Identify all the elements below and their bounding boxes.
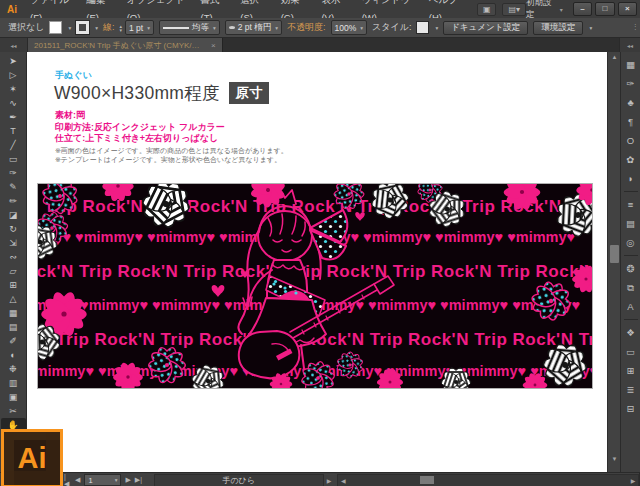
uniform-profile-icon — [163, 27, 189, 29]
line-segment-tool[interactable]: ╱ — [1, 138, 26, 152]
tab-close-icon[interactable]: × — [211, 41, 216, 50]
color-panel-icon[interactable]: ✿ — [622, 150, 640, 169]
transform-panel-icon[interactable]: ≣ — [622, 380, 640, 399]
design-banner-svg: Rock'N Trip Rock'N Trip Rock'N Trip Rock… — [38, 184, 592, 388]
stroke-weight-dropdown[interactable]: 1 pt ▾ — [125, 20, 154, 35]
lasso-tool[interactable]: ∿ — [1, 96, 26, 110]
close-button[interactable]: × — [618, 2, 637, 16]
scroll-right-icon[interactable]: ▶ — [628, 477, 638, 484]
brushes-panel-icon[interactable]: ✑ — [622, 74, 640, 93]
kuler-panel-icon[interactable]: ❂ — [622, 259, 640, 278]
stroke-panel-icon[interactable]: ≡ — [622, 195, 640, 214]
style-swatch[interactable] — [416, 21, 429, 34]
stroke-weight-stepper[interactable]: ▴ ▾ — [119, 24, 122, 32]
brush-definition-dropdown[interactable]: 2 pt 楕円 ▾ — [225, 20, 282, 35]
next-artboard-button[interactable]: ▶ — [125, 476, 130, 484]
artboards-panel-icon[interactable]: ▭ — [622, 342, 640, 361]
workspace-caret-icon[interactable]: ▾ — [560, 6, 563, 13]
first-artboard-button[interactable]: |◀ — [64, 473, 71, 486]
maximize-button[interactable]: □ — [595, 2, 614, 16]
preferences-button[interactable]: 環境設定 — [533, 21, 583, 35]
spec-line: 印刷方法:反応インクジェット フルカラー — [55, 122, 225, 134]
style-label: スタイル: — [372, 21, 411, 34]
blob-brush-tool[interactable]: ✏ — [1, 194, 26, 208]
bridge-icon[interactable]: ▣ — [477, 3, 497, 16]
graphic-styles-panel-icon[interactable]: ¶ — [622, 112, 640, 131]
note-line: ※テンプレートはイメージです。実物と形状や色合いなど異なります。 — [55, 156, 288, 165]
toolbar-collapse-icon[interactable]: ◂◂ — [0, 38, 28, 52]
align-panel-icon[interactable]: ⊞ — [622, 361, 640, 380]
pen-tool[interactable]: ✒ — [1, 110, 26, 124]
previous-artboard-button[interactable]: ◀ — [75, 476, 80, 484]
tab-bar: ◂◂ 201511_ROCK'N Trip 手ぬぐい原寸 (CMYK/プレビュー… — [0, 38, 640, 53]
opacity-label[interactable]: 不透明度: — [287, 21, 326, 34]
symbols-panel-icon[interactable]: ♣ — [622, 93, 640, 112]
dropdown-caret-icon[interactable]: ▾ — [360, 25, 363, 31]
pencil-tool[interactable]: ✎ — [1, 180, 26, 194]
stroke-weight-label[interactable]: 線: — [103, 21, 115, 34]
swatches-panel-icon[interactable]: ▦ — [622, 55, 640, 74]
free-transform-tool[interactable]: ▱ — [1, 264, 26, 278]
type-tool[interactable]: T — [1, 124, 26, 138]
selection-tool[interactable]: ➤ — [1, 54, 26, 68]
vertical-scroll-thumb[interactable] — [610, 245, 619, 263]
paintbrush-tool[interactable]: ✑ — [1, 166, 26, 180]
scale-tool[interactable]: ⇲ — [1, 236, 26, 250]
dock-collapse-icon[interactable]: ◂◂ — [619, 38, 640, 52]
opacity-dropdown[interactable]: 100% ▾ — [331, 20, 368, 35]
control-bar-collapse-icon[interactable]: ⫶ — [634, 23, 636, 33]
artboard-tool[interactable]: ▣ — [1, 390, 26, 404]
artboard-number-dropdown[interactable]: 1 ▾ — [84, 474, 121, 486]
vertical-scrollbar[interactable]: ▲ ▼ — [607, 52, 621, 472]
scroll-left-icon[interactable]: ◀ — [338, 477, 348, 484]
variable-width-profile-dropdown[interactable]: 均等 ▾ — [159, 20, 220, 35]
status-popup-icon[interactable]: ▶ — [327, 477, 332, 484]
eraser-tool[interactable]: ◪ — [1, 208, 26, 222]
stroke-caret-icon[interactable]: ▾ — [95, 25, 98, 31]
fill-color-swatch[interactable] — [49, 21, 62, 34]
horizontal-scroll-thumb[interactable] — [420, 476, 434, 484]
rotate-tool[interactable]: ↻ — [1, 222, 26, 236]
appearance-panel-icon[interactable]: ◗ — [622, 169, 640, 188]
eyedropper-tool[interactable]: ✐ — [1, 334, 26, 348]
extra-dropdown-caret-icon[interactable]: ▾ — [589, 25, 592, 31]
pathfinder-panel-icon[interactable]: ⊟ — [622, 399, 640, 418]
actual-size-badge: 原寸 — [229, 82, 270, 104]
stroke-color-swatch[interactable] — [76, 21, 89, 34]
document-setup-button[interactable]: ドキュメント設定 — [443, 21, 528, 35]
mesh-tool[interactable]: ▦ — [1, 306, 26, 320]
style-caret-icon[interactable]: ▾ — [435, 25, 438, 31]
tenugui-design: Rock'N Trip Rock'N Trip Rock'N Trip Rock… — [37, 183, 593, 389]
gradient-tool[interactable]: ▤ — [1, 320, 26, 334]
gradient-panel-icon[interactable]: ▤ — [622, 214, 640, 233]
column-graph-tool[interactable]: ▥ — [1, 376, 26, 390]
artboard-caret-icon[interactable]: ▾ — [115, 477, 118, 483]
direct-selection-tool[interactable]: ▷ — [1, 68, 26, 82]
dropdown-caret-icon[interactable]: ▾ — [213, 25, 216, 31]
slice-tool[interactable]: ✂ — [1, 404, 26, 418]
arrange-documents-icon[interactable]: ▤▾ — [502, 3, 526, 16]
character-styles-panel-icon[interactable]: A — [622, 297, 640, 316]
artboard-number: 1 — [88, 476, 92, 485]
dropdown-caret-icon[interactable]: ▾ — [275, 25, 278, 31]
size-heading: W900×H330mm程度 原寸 — [54, 81, 269, 105]
rectangle-tool[interactable]: ▭ — [1, 152, 26, 166]
fill-caret-icon[interactable]: ▾ — [68, 25, 71, 31]
step-down-icon[interactable]: ▾ — [119, 28, 122, 32]
perspective-grid-tool[interactable]: △ — [1, 292, 26, 306]
symbol-sprayer-tool[interactable]: ❉ — [1, 362, 26, 376]
minimize-button[interactable]: – — [573, 2, 592, 16]
artboard-canvas[interactable]: 手ぬぐい W900×H330mm程度 原寸 素材:岡印刷方法:反応インクジェット… — [27, 52, 607, 472]
layers-panel-icon[interactable]: ❖ — [622, 323, 640, 342]
horizontal-scrollbar[interactable]: ◀ ▶ — [337, 474, 639, 486]
last-artboard-button[interactable]: ▶| — [135, 476, 142, 484]
document-tab[interactable]: 201511_ROCK'N Trip 手ぬぐい原寸 (CMYK/プレビュー) × — [28, 38, 223, 52]
transparency-panel-icon[interactable]: ◎ — [622, 233, 640, 252]
dropdown-caret-icon[interactable]: ▾ — [147, 25, 150, 31]
shape-builder-tool[interactable]: ⊞ — [1, 278, 26, 292]
opentype-panel-icon[interactable]: O — [622, 131, 640, 150]
blend-tool[interactable]: ◐ — [1, 348, 26, 362]
image-trace-panel-icon[interactable]: ⧉ — [622, 278, 640, 297]
magic-wand-tool[interactable]: ✶ — [1, 82, 26, 96]
width-tool[interactable]: ∾ — [1, 250, 26, 264]
